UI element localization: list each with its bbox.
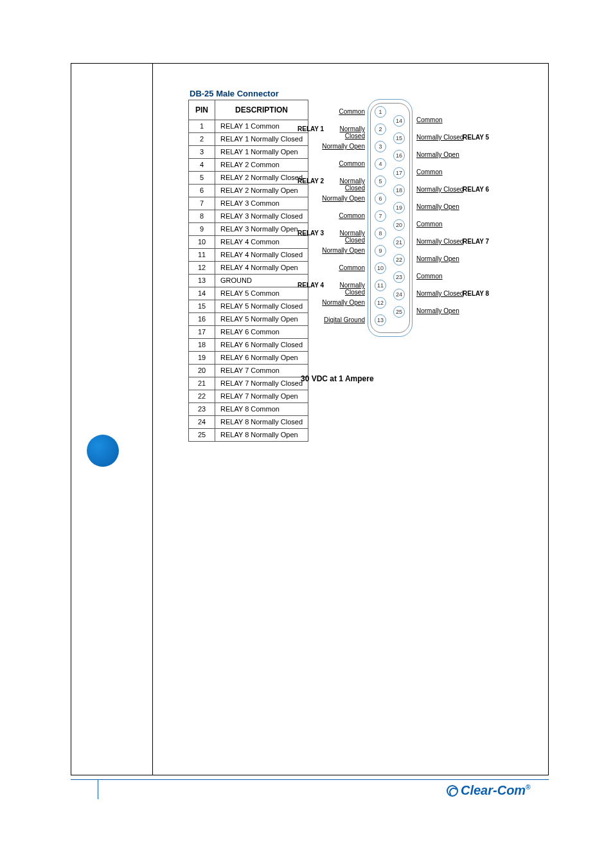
table-row: 23RELAY 8 Common	[189, 403, 308, 416]
desc-cell: RELAY 6 Normally Open	[215, 352, 308, 365]
table-row: 1RELAY 1 Common	[189, 120, 308, 133]
table-row: 10RELAY 4 Common	[189, 236, 308, 249]
pin-cell: 2	[189, 133, 215, 146]
signal-label-left: Normally Open	[320, 299, 365, 306]
footer-rule-vertical	[98, 780, 98, 799]
table-row: 6RELAY 2 Normally Open	[189, 185, 308, 197]
desc-cell: RELAY 2 Normally Closed	[215, 172, 308, 185]
pin-circle: 3	[375, 141, 386, 152]
footer-rule	[71, 779, 549, 780]
pin-circle: 19	[393, 202, 405, 213]
table-row: 5RELAY 2 Normally Closed	[189, 172, 308, 185]
relay-label-left: RELAY 1	[298, 125, 324, 132]
desc-cell: RELAY 5 Common	[215, 287, 308, 300]
pin-cell: 20	[189, 365, 215, 377]
pin-circle: 6	[375, 193, 386, 204]
table-row: 20RELAY 7 Common	[189, 365, 308, 377]
pin-cell: 21	[189, 377, 215, 390]
pin-circle: 15	[393, 132, 405, 144]
pin-circle: 18	[393, 185, 405, 196]
brand-icon	[447, 785, 458, 797]
signal-label-right: Normally Closed	[416, 134, 465, 141]
table-row: 4RELAY 2 Common	[189, 159, 308, 172]
relay-label-right: RELAY 8	[463, 290, 489, 297]
pin-cell: 15	[189, 300, 215, 313]
pin-circle: 10	[375, 262, 386, 274]
desc-cell: RELAY 7 Normally Open	[215, 390, 308, 403]
pin-circle: 21	[393, 237, 405, 248]
desc-cell: RELAY 3 Normally Open	[215, 223, 308, 236]
pin-cell: 25	[189, 429, 215, 442]
connector-title: DB-25 Male Connector	[190, 89, 279, 98]
pin-cell: 19	[189, 352, 215, 365]
registered-mark: ®	[526, 784, 530, 791]
relay-label-left: RELAY 2	[298, 177, 324, 185]
pin-circle: 24	[393, 289, 405, 300]
relay-label-left: RELAY 4	[298, 282, 324, 289]
desc-cell: RELAY 2 Normally Open	[215, 185, 308, 197]
pin-circle: 1	[375, 106, 386, 118]
signal-label-left: Common	[320, 160, 365, 167]
table-row: 24RELAY 8 Normally Closed	[189, 416, 308, 429]
col-pin: PIN	[189, 100, 215, 120]
pin-cell: 16	[189, 313, 215, 326]
relay-label-right: RELAY 5	[463, 134, 489, 141]
pin-description-table: PIN DESCRIPTION 1RELAY 1 Common2RELAY 1 …	[188, 100, 308, 442]
table-row: 12RELAY 4 Normally Open	[189, 262, 308, 275]
pin-circle: 13	[375, 314, 386, 326]
pin-circle: 16	[393, 150, 405, 161]
desc-cell: RELAY 1 Common	[215, 120, 308, 133]
pin-cell: 22	[189, 390, 215, 403]
voltage-rating: 30 VDC at 1 Ampere	[301, 374, 374, 383]
pin-cell: 5	[189, 172, 215, 185]
table-row: 19RELAY 6 Normally Open	[189, 352, 308, 365]
table-row: 17RELAY 6 Common	[189, 326, 308, 339]
signal-label-right: Common	[416, 273, 465, 280]
pin-cell: 12	[189, 262, 215, 275]
signal-label-left: Normally Closed	[320, 177, 365, 192]
table-row: 2RELAY 1 Normally Closed	[189, 133, 308, 146]
pin-cell: 11	[189, 249, 215, 262]
signal-label-left: Common	[320, 212, 365, 219]
pin-cell: 1	[189, 120, 215, 133]
pin-cell: 6	[189, 185, 215, 197]
pin-cell: 8	[189, 210, 215, 223]
pin-circle: 25	[393, 306, 405, 318]
desc-cell: RELAY 5 Normally Closed	[215, 300, 308, 313]
signal-label-right: Common	[416, 221, 465, 228]
signal-label-left: Normally Open	[320, 195, 365, 202]
pin-circle: 12	[375, 297, 386, 309]
signal-label-right: Normally Closed	[416, 238, 465, 245]
pin-circle: 22	[393, 254, 405, 266]
table-row: 25RELAY 8 Normally Open	[189, 429, 308, 442]
table-row: 11RELAY 4 Normally Closed	[189, 249, 308, 262]
table-row: 16RELAY 5 Normally Open	[189, 313, 308, 326]
pin-cell: 10	[189, 236, 215, 249]
signal-label-right: Normally Open	[416, 255, 465, 262]
signal-label-right: Common	[416, 116, 465, 123]
desc-cell: RELAY 4 Common	[215, 236, 308, 249]
signal-label-right: Common	[416, 168, 465, 176]
table-row: 18RELAY 6 Normally Closed	[189, 339, 308, 352]
note-bullet-icon	[87, 435, 119, 467]
pin-circle: 11	[375, 280, 386, 291]
desc-cell: RELAY 8 Normally Open	[215, 429, 308, 442]
signal-label-left: Common	[320, 264, 365, 271]
pin-circle: 2	[375, 123, 386, 135]
pin-circle: 5	[375, 176, 386, 187]
table-row: 14RELAY 5 Common	[189, 287, 308, 300]
pin-circle: 17	[393, 167, 405, 179]
pin-cell: 14	[189, 287, 215, 300]
signal-label-right: Normally Open	[416, 203, 465, 210]
table-row: 22RELAY 7 Normally Open	[189, 390, 308, 403]
pin-cell: 24	[189, 416, 215, 429]
margin-column	[71, 63, 153, 775]
desc-cell: GROUND	[215, 275, 308, 287]
signal-label-right: Normally Closed	[416, 186, 465, 193]
desc-cell: RELAY 8 Common	[215, 403, 308, 416]
pin-circle: 9	[375, 245, 386, 257]
signal-label-left: Normally Open	[320, 143, 365, 150]
signal-label-left: Normally Closed	[320, 230, 365, 244]
signal-label-left: Normally Closed	[320, 125, 365, 140]
table-row: 13GROUND	[189, 275, 308, 287]
